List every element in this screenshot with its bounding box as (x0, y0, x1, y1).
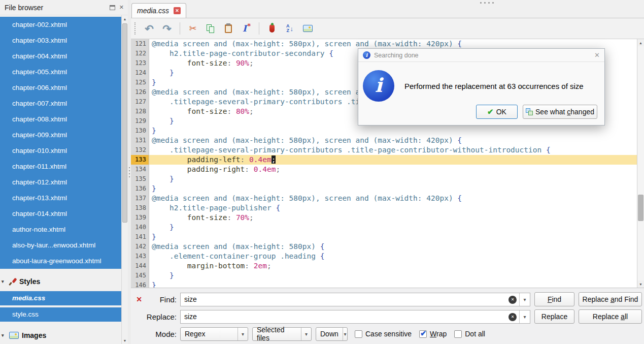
file-browser-style-list: media.cssstyle.css (0, 291, 121, 322)
insert-image-button[interactable] (300, 21, 315, 36)
file-browser-item[interactable]: chapter-009.xhtml (0, 127, 121, 143)
file-browser-item[interactable]: chapter-007.xhtml (0, 96, 121, 111)
file-browser-item[interactable]: chapter-006.xhtml (0, 80, 121, 96)
find-button[interactable]: Find (534, 292, 574, 306)
file-browser-item[interactable]: chapter-005.xhtml (0, 64, 121, 80)
find-label: Find: (144, 295, 177, 304)
undo-icon: ↶ (145, 23, 154, 34)
redo-button[interactable]: ↷ (159, 21, 175, 36)
find-field: ✕ ▾ (180, 293, 530, 306)
find-clear-icon[interactable]: ✕ (509, 296, 517, 304)
line-number: 122 (131, 49, 149, 58)
images-section-header[interactable]: ▾ Images (0, 329, 121, 342)
code-line[interactable]: 143 .element-container-group .heading { (131, 252, 637, 261)
scope-select[interactable]: Selected files ▾ (252, 327, 312, 341)
code-line[interactable]: 144 margin-bottom: 2em; (131, 261, 637, 271)
file-browser-item[interactable]: chapter-004.xhtml (0, 48, 121, 64)
undo-button[interactable]: ↶ (142, 21, 157, 36)
replace-history-dropdown-icon[interactable]: ▾ (519, 310, 530, 323)
code-line[interactable]: 140 } (131, 223, 637, 232)
file-browser-item[interactable]: chapter-002.xhtml (0, 17, 121, 33)
checkbox-box: ✔ (355, 330, 362, 338)
line-number: 132 (131, 145, 149, 155)
toolbar-extension-icon[interactable] (480, 2, 494, 4)
find-input[interactable] (181, 293, 506, 306)
redo-icon: ↷ (162, 23, 172, 34)
dot-all-checkbox[interactable]: ✔ Dot all (454, 330, 485, 338)
cut-button[interactable]: ✂ (185, 21, 200, 36)
scroll-up-icon[interactable]: ▲ (122, 15, 128, 22)
wrap-checkbox[interactable]: ✔ Wrap (419, 330, 447, 338)
replace-clear-icon[interactable]: ✕ (509, 313, 517, 321)
code-line[interactable]: 134 padding-right: 0.4em; (131, 165, 637, 174)
line-number: 128 (131, 107, 149, 116)
styles-section-header[interactable]: ▾ Styles (0, 275, 121, 288)
find-history-dropdown-icon[interactable]: ▾ (519, 293, 530, 306)
tab-close-icon[interactable]: ✕ (174, 7, 181, 14)
tab-media-css[interactable]: media.css ✕ (131, 3, 186, 18)
close-search-icon[interactable]: ✕ (134, 295, 144, 303)
tab-label: media.css (137, 7, 169, 15)
code-line[interactable]: 142@media screen and (max-height: 580px)… (131, 242, 637, 252)
file-browser-item[interactable]: style.css (0, 307, 121, 322)
file-browser-item[interactable]: media.css (0, 291, 121, 305)
direction-select[interactable]: Down ▾ (316, 327, 348, 341)
file-browser-tree: chapter-002.xhtmlchapter-003.xhtmlchapte… (0, 15, 121, 344)
paste-button[interactable] (221, 21, 236, 36)
code-line[interactable]: 139 font-size: 70%; (131, 213, 637, 223)
scroll-up-icon[interactable]: ▲ (637, 39, 644, 46)
scrollbar-thumb[interactable] (122, 23, 127, 223)
code-line[interactable]: 146} (131, 280, 637, 288)
code-line[interactable]: 132 .titlepage-several-primary-contribut… (131, 145, 637, 155)
file-browser-item[interactable]: chapter-003.xhtml (0, 33, 121, 48)
code-line[interactable]: 121@media screen and (max-height: 580px)… (131, 39, 637, 49)
check-icon: ✔ (420, 329, 427, 338)
line-number: 142 (131, 242, 149, 252)
replace-and-find-button[interactable]: Replace and Find (579, 292, 642, 306)
line-number: 143 (131, 252, 149, 261)
sort-button[interactable]: AZ ↓ (282, 21, 297, 36)
file-browser-scrollbar[interactable]: ▲ ▼ (121, 15, 128, 344)
toolbar-separator (259, 22, 259, 35)
code-line[interactable]: 136} (131, 184, 637, 194)
code-line[interactable]: 135 } (131, 174, 637, 184)
case-sensitive-checkbox[interactable]: ✔ Case sensitive (355, 330, 412, 338)
dialog-close-icon[interactable]: ✕ (594, 51, 600, 59)
diff-icon (526, 108, 533, 115)
editor-scrollbar[interactable]: ▲ ▼ (637, 39, 644, 288)
file-browser-item[interactable]: chapter-008.xhtml (0, 111, 121, 127)
paste-icon (225, 24, 232, 33)
file-browser-item[interactable]: chapter-014.xhtml (0, 206, 121, 222)
code-line[interactable]: 141} (131, 232, 637, 242)
code-line[interactable]: 145 } (131, 271, 637, 280)
dock-close-icon[interactable]: ✕ (119, 4, 124, 11)
replace-all-button[interactable]: Replace all (579, 309, 642, 324)
file-browser-item[interactable]: chapter-013.xhtml (0, 190, 121, 206)
file-browser-item[interactable]: also-by-laur...enwood.xhtml (0, 237, 121, 253)
file-browser-item[interactable]: chapter-012.xhtml (0, 174, 121, 190)
scroll-down-icon[interactable]: ▼ (637, 280, 644, 288)
scroll-down-icon[interactable]: ▼ (122, 337, 128, 344)
file-browser-item[interactable]: chapter-010.xhtml (0, 143, 121, 159)
line-number: 123 (131, 58, 149, 68)
see-what-changed-button[interactable]: See what changed (523, 105, 597, 119)
code-line[interactable]: 138 h2.title-page-publisher { (131, 203, 637, 213)
code-line[interactable]: 133 padding-left: 0.4em; (131, 155, 637, 165)
copy-button[interactable] (203, 21, 218, 36)
code-line[interactable]: 130} (131, 126, 637, 136)
chevron-down-icon: ▾ (343, 328, 347, 340)
code-line[interactable]: 137@media screen and (max-height: 580px)… (131, 194, 637, 203)
replace-input[interactable] (181, 310, 506, 323)
bulb-button[interactable] (264, 21, 280, 36)
toolbar-handle[interactable] (134, 22, 137, 35)
scrollbar-thumb[interactable] (638, 195, 643, 221)
insert-special-character-button[interactable]: I* (239, 21, 254, 36)
ok-button[interactable]: ✔ OK (476, 105, 518, 119)
mode-select[interactable]: Regex ▾ (180, 327, 248, 341)
file-browser-item[interactable]: chapter-011.xhtml (0, 159, 121, 174)
dock-float-icon[interactable] (110, 5, 115, 10)
file-browser-item[interactable]: author-note.xhtml (0, 222, 121, 237)
replace-button[interactable]: Replace (534, 309, 574, 324)
file-browser-item[interactable]: about-laura-greenwood.xhtml (0, 253, 121, 269)
code-line[interactable]: 131@media screen and (max-height: 580px)… (131, 136, 637, 145)
